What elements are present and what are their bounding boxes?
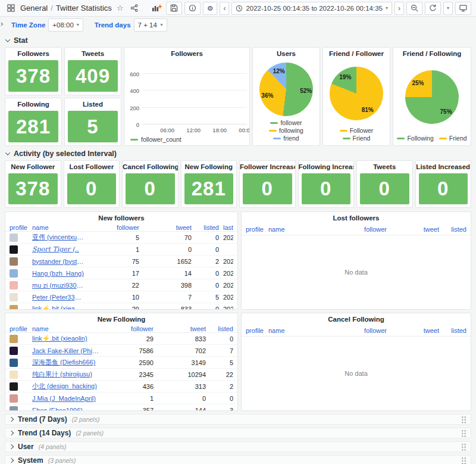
legend-item-friend[interactable]: friend [273, 135, 299, 142]
column-header-listed[interactable]: listed [206, 325, 233, 332]
profile-link[interactable]: Jack Fake-Killer (Phish... [32, 347, 99, 354]
profile-link[interactable]: 亚伟 (vincentxu1318) [32, 233, 84, 242]
column-header-follower[interactable]: follower [336, 226, 387, 233]
profile-link[interactable]: link⚡.bit (xieaolin) [32, 305, 84, 310]
breadcrumb-folder[interactable]: General [20, 4, 48, 13]
panel-title[interactable]: Friend / Following [393, 48, 471, 60]
panel-title[interactable]: Users [253, 48, 320, 60]
legend-item-following[interactable]: Following [397, 135, 433, 142]
panel-title[interactable]: Tweets [65, 48, 121, 60]
column-header-name[interactable]: name [32, 325, 102, 332]
column-header-listed[interactable]: listed [192, 224, 219, 231]
panel-title[interactable]: Listed Increased [416, 161, 471, 173]
panel-title[interactable]: Friend / Follower [323, 48, 390, 60]
panel-title[interactable]: Following Increased [299, 161, 354, 173]
profile-link[interactable]: link⚡.bit (xieaolin) [32, 335, 99, 342]
legend-item-friend[interactable]: Friend [343, 135, 371, 142]
tv-mode-icon[interactable] [455, 2, 471, 15]
row-header-stat[interactable]: Stat [0, 33, 476, 47]
stat-panel-following-increased: Following Increased0 [298, 160, 355, 208]
profile-link[interactable]: mu zi (muzi930409... [32, 282, 84, 289]
legend-item-following[interactable]: following [269, 127, 303, 134]
profile-link[interactable]: Ebco (Ebco1996) [32, 407, 99, 412]
column-header-profile[interactable]: profile [246, 226, 268, 233]
drag-handle-icon[interactable] [461, 457, 466, 464]
gridline [142, 73, 247, 74]
time-forward-button[interactable]: › [394, 2, 404, 15]
refresh-icon[interactable] [425, 2, 441, 15]
panel-title[interactable]: Follower Increased [240, 161, 295, 173]
dashboard-title[interactable]: Twitter Statistics [56, 4, 112, 13]
star-icon[interactable]: ☆ [114, 2, 126, 15]
profile-link[interactable]: 深海墨鱼 (Diefish666) [32, 358, 99, 367]
column-header-profile[interactable]: profile [10, 325, 32, 332]
column-header-tweet[interactable]: tweet [139, 224, 192, 231]
column-header-follower[interactable]: follower [88, 224, 139, 231]
panel-title[interactable]: Followers [124, 48, 249, 60]
profile-link[interactable]: Peter (Peter332167... [32, 294, 84, 301]
add-panel-icon[interactable] [150, 2, 164, 15]
variable-label-timezone: Time Zone [10, 21, 47, 29]
time-back-button[interactable]: ‹ [220, 2, 229, 15]
save-dashboard-icon[interactable] [166, 2, 182, 15]
profile-link[interactable]: 纯白果汁 (shiroijusu) [32, 370, 99, 379]
column-header-listed[interactable]: listed [439, 327, 466, 334]
panel-title[interactable]: Lost Follower [64, 161, 120, 173]
table-title[interactable]: Lost followers [242, 212, 471, 224]
legend-item-friend[interactable]: Friend [439, 135, 467, 142]
info-icon[interactable] [184, 2, 201, 15]
dashboard-row-trend-14-days[interactable]: Trend (14 Days)(2 panels) [5, 428, 471, 438]
gear-icon[interactable]: ⚙ [203, 2, 217, 15]
chart-plot-area[interactable]: 020040060006:0012:0018:0000:00 [142, 66, 247, 124]
panel-title[interactable]: New Following [181, 161, 237, 173]
table-title[interactable]: New Following [5, 313, 237, 325]
dashboard-row-trend-7-days[interactable]: Trend (7 Days)(2 panels) [5, 414, 471, 425]
panel-title[interactable]: Listed [65, 98, 121, 110]
share-icon[interactable] [129, 2, 140, 15]
drag-handle-icon[interactable] [461, 416, 466, 423]
row-header-activity[interactable]: Activity (by selected Interval) [0, 146, 476, 160]
column-header-name[interactable]: name [32, 224, 88, 231]
table-title[interactable]: New followers [5, 212, 237, 224]
table-title[interactable]: Cancel Following [242, 313, 471, 325]
breadcrumb[interactable]: General / Twitter Statistics [20, 4, 112, 13]
column-header-profile[interactable]: profile [246, 327, 268, 334]
time-range-picker[interactable]: 2022-10-25 00:14:35 to 2022-10-26 00:14:… [231, 2, 392, 15]
column-header-profile[interactable]: profile [10, 224, 32, 231]
refresh-interval-dropdown[interactable]: ▾ [443, 2, 453, 15]
column-header-name[interactable]: name [268, 327, 336, 334]
dashboard-row-system[interactable]: System(3 panels) [5, 455, 471, 464]
panel-title[interactable]: Cancel Following [123, 161, 178, 173]
legend-label-follower-count[interactable]: follower_count [141, 136, 181, 143]
panel-title[interactable]: Tweets [357, 161, 412, 173]
legend-item-follower[interactable]: Follower [340, 127, 374, 134]
dashboards-grid-icon[interactable] [5, 2, 17, 15]
profile-link[interactable]: J.Mia (J_MadeInApril) [32, 395, 99, 402]
panel-title[interactable]: New Follower [5, 161, 61, 173]
zoom-out-icon[interactable] [406, 2, 422, 15]
column-header-last[interactable]: last [219, 224, 233, 231]
drag-handle-icon[interactable] [461, 443, 466, 451]
column-header-follower[interactable]: follower [102, 325, 154, 332]
panel-title[interactable]: Followers [5, 48, 61, 60]
dashboard-row-user[interactable]: User(4 panels) [5, 441, 471, 452]
profile-link[interactable]: bystander (bystand... [32, 258, 84, 265]
column-header-tweet[interactable]: tweet [387, 226, 439, 233]
legend-item-follower[interactable]: follower [270, 119, 302, 126]
column-header-name[interactable]: name [268, 226, 336, 233]
panel-title[interactable]: Following [5, 98, 61, 110]
profile-link[interactable]: 小北 (design_hacking) [32, 382, 99, 391]
drag-handle-icon[interactable] [461, 429, 466, 437]
column-header-tweet[interactable]: tweet [387, 327, 439, 334]
profile-link[interactable]: Hang (bzh_Hang) [32, 270, 84, 277]
column-header-tweet[interactable]: tweet [154, 325, 206, 332]
timezone-select[interactable]: +08:00 ▾ [48, 18, 83, 32]
stat-value: 0 [126, 173, 175, 204]
stat-value: 0 [67, 173, 117, 204]
trend-days-select[interactable]: 7 + 14 ▾ [134, 18, 167, 32]
profile-link[interactable]: Sport Tiger (.. [32, 245, 84, 253]
column-header-follower[interactable]: follower [336, 327, 387, 334]
avatar [10, 347, 18, 355]
expand-menu-icon[interactable]: › [1, 19, 3, 28]
column-header-listed[interactable]: listed [439, 226, 466, 233]
